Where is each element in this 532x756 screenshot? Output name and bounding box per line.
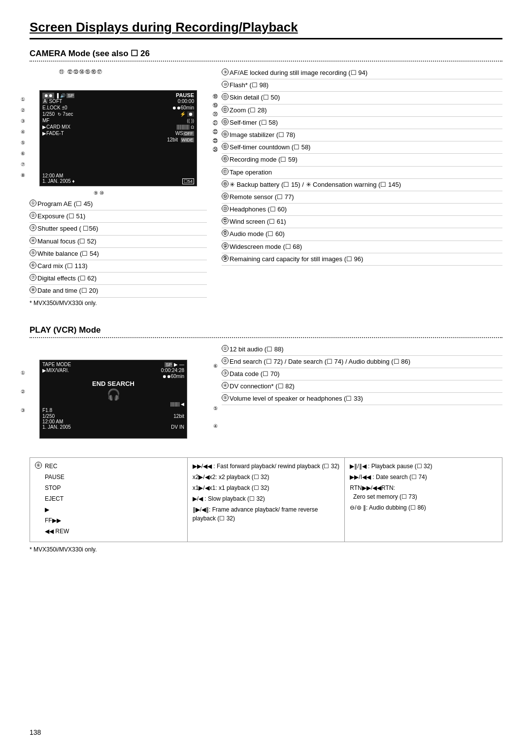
list-item: ㉑ Wind screen (☐ 61) <box>222 217 502 228</box>
camera-third-row: E.LOCK ±0 ⏺⏺60min <box>40 104 197 111</box>
camera-top-row: ⏺⏺ ▐ 🔊 SP PAUSE <box>40 91 197 98</box>
vcr-right-numbers: ⑥ ⑤ <box>213 360 218 415</box>
page-number: 138 <box>30 728 41 736</box>
play-section-heading: PLAY (VCR) Mode <box>30 325 502 335</box>
list-item: ⑰ Tape operation <box>222 168 502 179</box>
vcr-right-list: ① 12 bit audio (☐ 88) ② End search (☐ 72… <box>222 345 502 406</box>
playback-col-more: ▶‖/‖◀ : Playback pause (☐ 32) ▶▶/I◀◀ : D… <box>345 458 502 542</box>
page-title: Screen Displays during Recording/Playbac… <box>30 20 502 39</box>
camera-top-numbers: ⑪ ⑫⑬⑭⑮⑯⑰ <box>59 69 207 75</box>
section-divider <box>30 61 502 62</box>
list-item: ④ DV connection* (☐ 82) <box>222 382 502 393</box>
camera-right-list: ⑨ AF/AE locked during still image record… <box>222 69 502 266</box>
playback-table: ⑥ REC PAUSE STOP EJECT ▶ FF▶▶ ◀◀ REW ▶▶/… <box>30 457 502 542</box>
play-two-col: ① ② ③ TAPE MODE SP ▶ — ▶MIX/VARI. 0:00:2… <box>30 345 502 443</box>
list-item: ② End search (☐ 72) / Date search (☐ 74)… <box>222 357 502 368</box>
list-item: ① Program AE (☐ 45) <box>30 200 207 210</box>
list-item: ④ Manual focus (☐ 52) <box>30 237 207 248</box>
list-item: ⑬ Self-timer (☐ 58) <box>222 118 502 129</box>
play-note: * MVX350i/MVX330i only. <box>30 546 502 553</box>
list-item: ⑨ AF/AE locked during still image record… <box>222 69 502 79</box>
vcr-bottom-number: ④ <box>213 423 218 429</box>
list-item: ⑪ Skin detail (☐ 50) <box>222 93 502 104</box>
list-item: ⑤ Volume level of speaker or headphones … <box>222 394 502 405</box>
list-item: ⑯ Recording mode (☐ 59) <box>222 155 502 166</box>
camera-bottom-numbers: ⑨ ⑩ <box>94 190 207 196</box>
list-item: ⑭ Image stabilizer (☐ 78) <box>222 131 502 141</box>
playback-labels: REC PAUSE STOP EJECT ▶ FF▶▶ ◀◀ REW <box>45 462 69 538</box>
camera-section-heading: CAMERA Mode (see also ☐ 26 <box>30 48 502 59</box>
list-item: ㉒ Audio mode (☐ 60) <box>222 230 502 241</box>
camera-bottom: 12:00 AM 1. JAN. 2005 ♦ ☐54 <box>42 173 194 184</box>
vcr-display-wrapper: ① ② ③ TAPE MODE SP ▶ — ▶MIX/VARI. 0:00:2… <box>30 360 207 439</box>
list-item: ⑥ Card mix (☐ 113) <box>30 262 207 273</box>
camera-left-numbers: ① ② ③ ④ ⑤ ⑥ ⑦ ⑧ <box>21 94 25 181</box>
list-item: ② Exposure (☐ 51) <box>30 212 207 223</box>
play-right: ① 12 bit audio (☐ 88) ② End search (☐ 72… <box>222 345 502 407</box>
camera-two-col: ⑪ ⑫⑬⑭⑮⑯⑰ ① ② ③ ④ ⑤ ⑥ ⑦ ⑧ <box>30 69 502 310</box>
list-item: ㉔ Remaining card capacity for still imag… <box>222 255 502 266</box>
list-item: ⑧ Date and time (☐ 20) <box>30 286 207 297</box>
list-item: ⑱ ✳ Backup battery (☐ 15) / ✳ Condensati… <box>222 180 502 191</box>
list-item: ① 12 bit audio (☐ 88) <box>222 345 502 356</box>
list-item: ⑫ Zoom (☐ 28) <box>222 106 502 117</box>
camera-second-row: A SOFT 0:00:00 <box>40 98 197 104</box>
camera-section: CAMERA Mode (see also ☐ 26 ⑪ ⑫⑬⑭⑮⑯⑰ ① ② … <box>30 48 502 310</box>
camera-note: * MVX350i/MVX330i only. <box>30 300 207 307</box>
list-item: ⑲ Remote sensor (☐ 77) <box>222 193 502 204</box>
list-item: ⑳ Headphones (☐ 60) <box>222 205 502 216</box>
play-section: PLAY (VCR) Mode ① ② ③ TAPE MODE SP ▶ — <box>30 325 502 443</box>
list-item: ⑩ Flash* (☐ 98) <box>222 81 502 92</box>
camera-right-numbers-overlay: ⑱ ⑲ ⑳ ㉑ ㉒ ㉓ ㉔ <box>213 93 218 154</box>
list-item: ⑤ White balance (☐ 54) <box>30 249 207 260</box>
play-divider <box>30 337 502 338</box>
list-item: ③ Shutter speed ( ☐56) <box>30 224 207 235</box>
list-item: ⑮ Self-timer countdown (☐ 58) <box>222 143 502 154</box>
playback-col-descriptions: ▶▶/◀◀ : Fast forward playback/ rewind pl… <box>188 458 345 542</box>
vcr-lcd: TAPE MODE SP ▶ — ▶MIX/VARI. 0:00:24:28 ⏺… <box>39 360 187 439</box>
list-item: ③ Data code (☐ 70) <box>222 370 502 380</box>
list-item: ⑦ Digital effects (☐ 62) <box>30 274 207 285</box>
camera-display-wrapper: ① ② ③ ④ ⑤ ⑥ ⑦ ⑧ ⏺⏺ ▐ 🔊 <box>30 90 207 186</box>
playback-col-labels: ⑥ REC PAUSE STOP EJECT ▶ FF▶▶ ◀◀ REW <box>30 458 188 542</box>
camera-left-list: ① Program AE (☐ 45) ② Exposure (☐ 51) ③ … <box>30 200 207 298</box>
camera-left: ⑪ ⑫⑬⑭⑮⑯⑰ ① ② ③ ④ ⑤ ⑥ ⑦ ⑧ <box>30 69 207 310</box>
vcr-left-numbers: ① ② ③ <box>21 364 25 420</box>
play-left: ① ② ③ TAPE MODE SP ▶ — ▶MIX/VARI. 0:00:2… <box>30 345 207 443</box>
list-item: ㉓ Widescreen mode (☐ 68) <box>222 242 502 253</box>
camera-lcd: ⏺⏺ ▐ 🔊 SP PAUSE A SOFT 0:00:00 E.LOCK ±0 <box>39 90 197 186</box>
camera-right: ⑨ AF/AE locked during still image record… <box>222 69 502 267</box>
